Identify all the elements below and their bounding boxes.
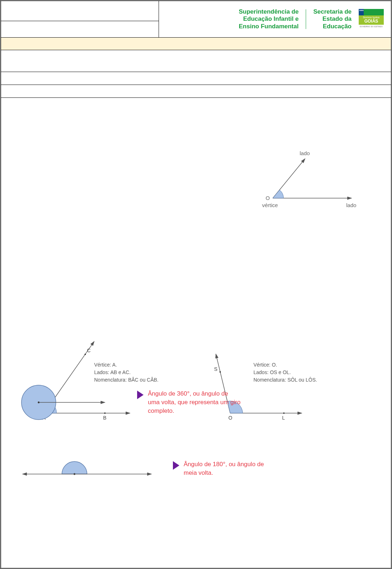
example-abc-text: Vértice: A. Lados: AB e AC. Nomenclatura…: [94, 361, 159, 384]
angle-360-svg: [19, 383, 108, 422]
label-lado-top: lado: [300, 150, 310, 156]
label-lado-right: lado: [346, 202, 356, 208]
example-sol-text: Vértice: O. Lados: OS e OL. Nomenclatura…: [253, 361, 317, 384]
logo1-line1: Superintendência de: [239, 8, 299, 15]
page: Superintendência de Educação Infantil e …: [0, 0, 392, 569]
angle-180-svg: [19, 453, 155, 485]
goias-band: Somos todos GOIÁS: [359, 15, 384, 25]
label-o: O: [266, 195, 270, 201]
svg-point-2: [219, 371, 221, 373]
logo2-line1: Secretaria de: [313, 8, 352, 15]
logo1-line2: Educação Infantil e: [243, 15, 299, 22]
logo-superintendencia: Superintendência de Educação Infantil e …: [239, 8, 299, 30]
logo-secretaria: Secretaria de Estado da Educação: [313, 8, 352, 30]
angle-svg: lado lado O vértice: [258, 144, 359, 216]
ex-o-line2: Lados: OS e OL.: [253, 369, 291, 375]
ex-a-line1: Vértice: A.: [94, 362, 117, 368]
header-left: [1, 1, 159, 37]
caption-360-row: Ângulo de 360°, ou ângulo de uma volta, …: [137, 389, 241, 415]
caption-180: Ângulo de 180°, ou ângulo de meia volta.: [184, 460, 270, 477]
logo2-line2: Estado da: [323, 15, 352, 22]
row-blank-1: [1, 50, 391, 72]
label-vertice: vértice: [262, 202, 278, 208]
goias-sub-text: GOVERNO DO ESTADO: [359, 25, 384, 28]
content: lado lado O vértice: [1, 98, 391, 112]
angle-360-row: Ângulo de 360°, ou ângulo de uma volta, …: [19, 383, 341, 422]
goias-main-text: GOIÁS: [364, 19, 378, 24]
row-blank-3: [1, 85, 391, 98]
logo2-line3: Educação: [323, 23, 352, 30]
logo1-line3: Ensino Fundamental: [239, 23, 299, 30]
label-s: S: [214, 366, 217, 372]
ex-a-line2: Lados: AB e AC.: [94, 369, 131, 375]
goias-logo: Somos todos GOIÁS GOVERNO DO ESTADO: [359, 9, 384, 30]
caption-360: Ângulo de 360°, ou ângulo de uma volta, …: [148, 389, 241, 415]
header: Superintendência de Educação Infantil e …: [1, 1, 391, 38]
angle-180-row: Ângulo de 180°, ou ângulo de meia volta.: [19, 453, 341, 485]
header-right: Superintendência de Educação Infantil e …: [159, 1, 391, 37]
angle-definition-figure: lado lado O vértice: [258, 144, 359, 216]
header-left-cell-top: [1, 1, 159, 21]
header-left-cell-bottom: [1, 21, 159, 37]
row-blank-2: [1, 72, 391, 85]
goias-flag-icon: [359, 9, 384, 15]
logo-divider: [306, 9, 306, 29]
triangle-bullet-icon: [137, 391, 144, 399]
caption-180-row: Ângulo de 180°, ou ângulo de meia volta.: [173, 460, 270, 477]
label-c: C: [87, 348, 91, 353]
ex-a-line3: Nomenclatura: BÂC ou CÂB.: [94, 377, 159, 383]
ex-o-line3: Nomenclatura: SÔL ou LÔS.: [253, 377, 317, 383]
svg-point-0: [84, 354, 86, 355]
triangle-bullet-icon: [173, 461, 179, 470]
row-highlight: [1, 38, 391, 50]
ex-o-line1: Vértice: O.: [253, 362, 277, 368]
